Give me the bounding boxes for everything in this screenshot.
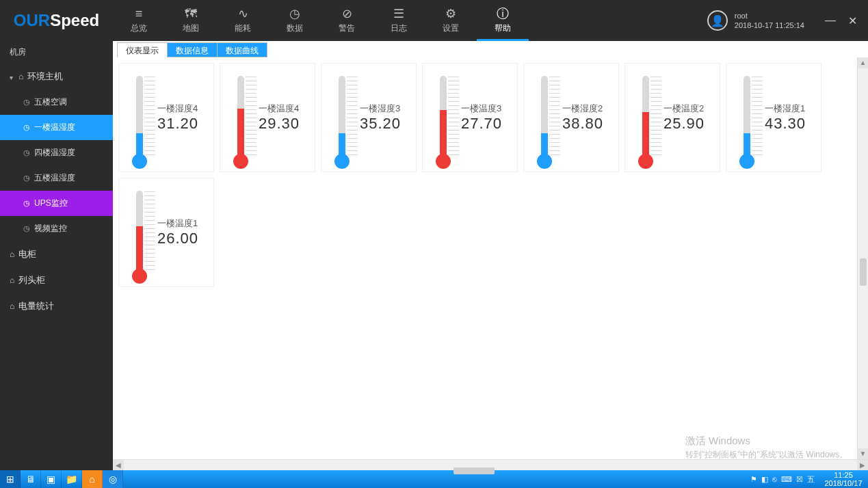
sidebar-item-五楼温湿度[interactable]: ◷五楼温湿度	[0, 165, 113, 191]
sidebar-group-列头柜[interactable]: ⌂列头柜	[0, 267, 113, 293]
sidebar-item-视频监控[interactable]: ◷视频监控	[0, 216, 113, 241]
app-bar: OURSpeed ≡总览🗺地图∿能耗◷数据⊘警告☰日志⚙设置ⓘ帮助 👤 root…	[0, 0, 868, 41]
tab-仪表显示[interactable]: 仪表显示	[117, 42, 168, 57]
sidebar-item-五楼空调[interactable]: ◷五楼空调	[0, 90, 113, 115]
gauge-title: 一楼湿度3	[360, 103, 412, 115]
taskbar-app-3[interactable]: 📁	[62, 470, 82, 488]
nav-icon: ⓘ	[497, 8, 509, 20]
tab-数据曲线[interactable]: 数据曲线	[217, 42, 267, 57]
nav-地图[interactable]: 🗺地图	[165, 0, 217, 41]
gauge-title: 一楼温度2	[663, 103, 715, 115]
nav-icon: ≡	[135, 8, 143, 20]
sidebar-item-一楼温湿度[interactable]: ◷一楼温湿度	[0, 115, 113, 140]
gauge-value: 27.70	[461, 115, 513, 133]
gauge-一楼湿度3[interactable]: 一楼湿度335.20	[321, 63, 417, 172]
taskbar-app-xampp[interactable]: ⌂	[82, 470, 103, 488]
sidebar-item-label: 一楼温湿度	[34, 122, 75, 133]
scroll-right-button[interactable]: ▶	[857, 460, 868, 470]
thermometer-icon	[123, 66, 156, 169]
nav-icon: ⚙	[445, 8, 456, 20]
nav-数据[interactable]: ◷数据	[269, 0, 321, 41]
gauge-一楼温度1[interactable]: 一楼温度126.00	[118, 178, 214, 287]
thermometer-icon	[629, 66, 662, 169]
top-nav: ≡总览🗺地图∿能耗◷数据⊘警告☰日志⚙设置ⓘ帮助	[113, 0, 529, 41]
sidebar-group-电量统计[interactable]: ⌂电量统计	[0, 293, 113, 319]
brand-logo: OURSpeed	[0, 0, 113, 41]
nav-总览[interactable]: ≡总览	[113, 0, 165, 41]
gauge-info: 一楼温度429.30	[257, 103, 311, 133]
brand-our: OUR	[14, 11, 50, 30]
gauge-value: 43.30	[765, 115, 817, 133]
vertical-scrollbar[interactable]: ▲ ▼	[857, 57, 868, 459]
clock-time: 11:25	[821, 471, 865, 479]
nav-label: 数据	[287, 23, 303, 34]
gauge-一楼湿度2[interactable]: 一楼湿度238.80	[523, 63, 619, 172]
sidebar-item-label: 四楼温湿度	[34, 147, 75, 159]
nav-日志[interactable]: ☰日志	[373, 0, 425, 41]
tray-icon[interactable]: ☒	[796, 475, 803, 484]
tray-icon[interactable]: ⚑	[750, 475, 757, 484]
gauge-一楼温度4[interactable]: 一楼温度429.30	[220, 63, 315, 172]
app-body: 机房 ⌂环境主机◷五楼空调◷一楼温湿度◷四楼温湿度◷五楼温湿度◷UPS监控◷视频…	[0, 41, 868, 470]
tray-icon[interactable]: 五	[807, 474, 815, 485]
nav-icon: ☰	[393, 8, 404, 20]
gauge-value: 25.90	[663, 115, 715, 133]
scroll-left-button[interactable]: ◀	[113, 460, 124, 470]
home-icon: ⌂	[10, 275, 14, 285]
nav-警告[interactable]: ⊘警告	[321, 0, 373, 41]
vscroll-thumb[interactable]	[860, 258, 867, 286]
thermometer-icon	[326, 66, 358, 169]
window-minimize-button[interactable]: —	[825, 14, 836, 27]
nav-设置[interactable]: ⚙设置	[425, 0, 477, 41]
gauge-一楼温度3[interactable]: 一楼温度327.70	[422, 63, 518, 172]
thermometer-icon	[528, 66, 561, 169]
taskbar-clock[interactable]: 11:25 2018/10/17	[819, 470, 868, 488]
system-tray: ⚑◧⎋⌨☒五	[746, 470, 819, 488]
user-box[interactable]: 👤 root 2018-10-17 11:25:14	[698, 0, 814, 41]
nav-能耗[interactable]: ∿能耗	[217, 0, 269, 41]
gauge-一楼温度2[interactable]: 一楼温度225.90	[624, 63, 720, 172]
taskbar-app-2[interactable]: ▣	[41, 470, 62, 488]
tray-icon[interactable]: ◧	[761, 475, 768, 484]
gauge-value: 29.30	[259, 115, 311, 133]
horizontal-scrollbar[interactable]: ◀ ▶	[113, 459, 868, 470]
nav-label: 设置	[443, 23, 459, 34]
sidebar-group-电柜[interactable]: ⌂电柜	[0, 241, 113, 267]
scroll-up-button[interactable]: ▲	[858, 57, 868, 68]
user-name: root	[735, 11, 804, 21]
nav-帮助[interactable]: ⓘ帮助	[477, 0, 529, 41]
windows-activation-watermark: 激活 Windows 转到"控制面板"中的"系统"以激活 Windows。	[685, 435, 847, 461]
sidebar-group-环境主机[interactable]: ⌂环境主机	[0, 64, 113, 90]
nav-label: 总览	[131, 23, 147, 34]
sidebar-item-四楼温湿度[interactable]: ◷四楼温湿度	[0, 140, 113, 165]
scroll-down-button[interactable]: ▼	[858, 448, 868, 459]
sidebar-item-UPS监控[interactable]: ◷UPS监控	[0, 191, 113, 216]
gauge-一楼湿度1[interactable]: 一楼湿度143.30	[726, 63, 821, 172]
nav-label: 帮助	[495, 23, 511, 34]
hscroll-thumb[interactable]	[453, 467, 495, 474]
home-icon: ⌂	[10, 301, 14, 311]
taskbar-app-1[interactable]: 🖥	[21, 470, 41, 488]
nav-icon: ◷	[289, 8, 300, 20]
window-close-button[interactable]: ✕	[848, 14, 857, 27]
tray-icon[interactable]: ⎋	[772, 475, 777, 483]
tray-icon[interactable]: ⌨	[781, 475, 792, 484]
gauge-value: 38.80	[562, 115, 614, 133]
window-controls: — ✕	[814, 0, 868, 41]
gauge-info: 一楼温度225.90	[662, 103, 715, 133]
start-button[interactable]: ⊞	[0, 470, 21, 488]
clock-icon: ◷	[23, 148, 30, 157]
windows-taskbar: ⊞ 🖥 ▣ 📁 ⌂ ◎ ⚑◧⎋⌨☒五 11:25 2018/10/17	[0, 470, 868, 488]
nav-label: 地图	[183, 23, 199, 34]
sidebar-group-label: 环境主机	[27, 70, 63, 83]
sidebar-group-label: 列头柜	[18, 274, 45, 286]
main-panel: 仪表显示数据信息数据曲线 一楼湿度431.20一楼温度429.30一楼湿度335…	[113, 41, 868, 470]
taskbar-app-current[interactable]: ◎	[103, 470, 123, 488]
gauge-title: 一楼温度3	[461, 103, 513, 115]
taskbar-spacer	[123, 470, 746, 488]
gauge-一楼湿度4[interactable]: 一楼湿度431.20	[118, 63, 214, 172]
clock-icon: ◷	[23, 224, 30, 233]
gauge-title: 一楼湿度2	[562, 103, 614, 115]
tab-数据信息[interactable]: 数据信息	[167, 42, 218, 57]
gauge-title: 一楼温度4	[259, 103, 311, 115]
